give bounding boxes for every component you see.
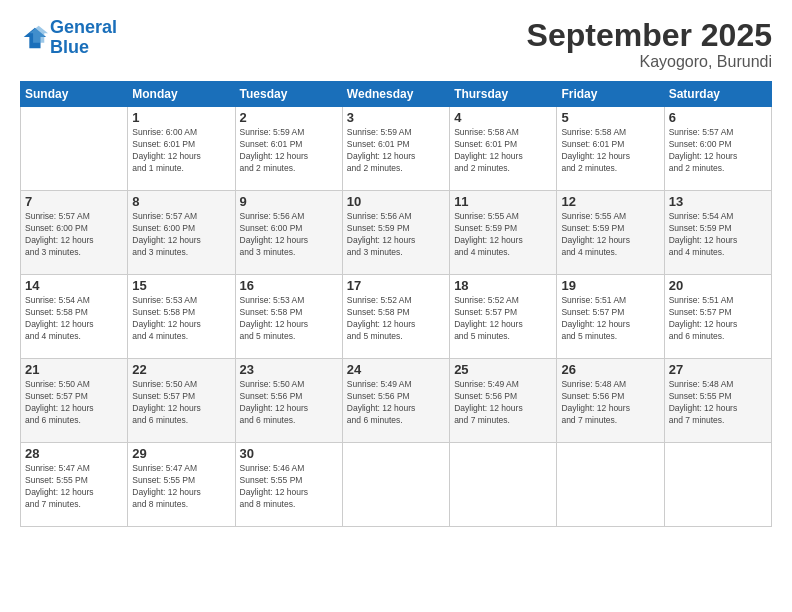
day-number: 22 <box>132 362 230 377</box>
week-row-2: 14Sunrise: 5:54 AM Sunset: 5:58 PM Dayli… <box>21 275 772 359</box>
day-info: Sunrise: 5:53 AM Sunset: 5:58 PM Dayligh… <box>240 295 338 343</box>
col-thursday: Thursday <box>450 82 557 107</box>
calendar-cell: 24Sunrise: 5:49 AM Sunset: 5:56 PM Dayli… <box>342 359 449 443</box>
day-number: 6 <box>669 110 767 125</box>
calendar-cell: 15Sunrise: 5:53 AM Sunset: 5:58 PM Dayli… <box>128 275 235 359</box>
week-row-3: 21Sunrise: 5:50 AM Sunset: 5:57 PM Dayli… <box>21 359 772 443</box>
day-number: 11 <box>454 194 552 209</box>
calendar-cell: 16Sunrise: 5:53 AM Sunset: 5:58 PM Dayli… <box>235 275 342 359</box>
day-info: Sunrise: 5:55 AM Sunset: 5:59 PM Dayligh… <box>454 211 552 259</box>
week-row-0: 1Sunrise: 6:00 AM Sunset: 6:01 PM Daylig… <box>21 107 772 191</box>
day-number: 10 <box>347 194 445 209</box>
day-number: 12 <box>561 194 659 209</box>
calendar-cell <box>342 443 449 527</box>
day-info: Sunrise: 5:49 AM Sunset: 5:56 PM Dayligh… <box>347 379 445 427</box>
calendar-cell: 7Sunrise: 5:57 AM Sunset: 6:00 PM Daylig… <box>21 191 128 275</box>
calendar-cell: 12Sunrise: 5:55 AM Sunset: 5:59 PM Dayli… <box>557 191 664 275</box>
title-block: September 2025 Kayogoro, Burundi <box>527 18 772 71</box>
calendar-cell: 22Sunrise: 5:50 AM Sunset: 5:57 PM Dayli… <box>128 359 235 443</box>
day-info: Sunrise: 5:51 AM Sunset: 5:57 PM Dayligh… <box>561 295 659 343</box>
calendar-cell: 4Sunrise: 5:58 AM Sunset: 6:01 PM Daylig… <box>450 107 557 191</box>
day-number: 25 <box>454 362 552 377</box>
day-info: Sunrise: 5:48 AM Sunset: 5:56 PM Dayligh… <box>561 379 659 427</box>
day-number: 18 <box>454 278 552 293</box>
col-wednesday: Wednesday <box>342 82 449 107</box>
day-number: 7 <box>25 194 123 209</box>
day-number: 5 <box>561 110 659 125</box>
day-number: 14 <box>25 278 123 293</box>
day-number: 24 <box>347 362 445 377</box>
calendar-cell <box>21 107 128 191</box>
calendar-cell: 14Sunrise: 5:54 AM Sunset: 5:58 PM Dayli… <box>21 275 128 359</box>
page: General Blue September 2025 Kayogoro, Bu… <box>0 0 792 612</box>
logo: General Blue <box>20 18 117 58</box>
day-info: Sunrise: 5:55 AM Sunset: 5:59 PM Dayligh… <box>561 211 659 259</box>
calendar-cell: 1Sunrise: 6:00 AM Sunset: 6:01 PM Daylig… <box>128 107 235 191</box>
day-number: 8 <box>132 194 230 209</box>
calendar-cell: 11Sunrise: 5:55 AM Sunset: 5:59 PM Dayli… <box>450 191 557 275</box>
calendar-cell: 23Sunrise: 5:50 AM Sunset: 5:56 PM Dayli… <box>235 359 342 443</box>
day-info: Sunrise: 5:58 AM Sunset: 6:01 PM Dayligh… <box>454 127 552 175</box>
day-number: 16 <box>240 278 338 293</box>
day-number: 29 <box>132 446 230 461</box>
logo-text: General Blue <box>50 18 117 58</box>
month-title: September 2025 <box>527 18 772 53</box>
calendar-cell: 10Sunrise: 5:56 AM Sunset: 5:59 PM Dayli… <box>342 191 449 275</box>
calendar-cell: 27Sunrise: 5:48 AM Sunset: 5:55 PM Dayli… <box>664 359 771 443</box>
calendar-cell: 5Sunrise: 5:58 AM Sunset: 6:01 PM Daylig… <box>557 107 664 191</box>
calendar-cell: 19Sunrise: 5:51 AM Sunset: 5:57 PM Dayli… <box>557 275 664 359</box>
day-number: 2 <box>240 110 338 125</box>
calendar-cell: 25Sunrise: 5:49 AM Sunset: 5:56 PM Dayli… <box>450 359 557 443</box>
col-saturday: Saturday <box>664 82 771 107</box>
logo-icon <box>20 24 48 52</box>
day-number: 21 <box>25 362 123 377</box>
day-number: 15 <box>132 278 230 293</box>
day-number: 28 <box>25 446 123 461</box>
day-info: Sunrise: 5:54 AM Sunset: 5:59 PM Dayligh… <box>669 211 767 259</box>
day-info: Sunrise: 5:50 AM Sunset: 5:57 PM Dayligh… <box>25 379 123 427</box>
day-info: Sunrise: 5:51 AM Sunset: 5:57 PM Dayligh… <box>669 295 767 343</box>
col-tuesday: Tuesday <box>235 82 342 107</box>
logo-line2: Blue <box>50 37 89 57</box>
calendar-cell: 29Sunrise: 5:47 AM Sunset: 5:55 PM Dayli… <box>128 443 235 527</box>
day-number: 19 <box>561 278 659 293</box>
day-info: Sunrise: 5:47 AM Sunset: 5:55 PM Dayligh… <box>132 463 230 511</box>
header: General Blue September 2025 Kayogoro, Bu… <box>20 18 772 71</box>
location-title: Kayogoro, Burundi <box>527 53 772 71</box>
calendar-cell: 28Sunrise: 5:47 AM Sunset: 5:55 PM Dayli… <box>21 443 128 527</box>
day-info: Sunrise: 6:00 AM Sunset: 6:01 PM Dayligh… <box>132 127 230 175</box>
day-info: Sunrise: 5:50 AM Sunset: 5:57 PM Dayligh… <box>132 379 230 427</box>
day-info: Sunrise: 5:46 AM Sunset: 5:55 PM Dayligh… <box>240 463 338 511</box>
week-row-4: 28Sunrise: 5:47 AM Sunset: 5:55 PM Dayli… <box>21 443 772 527</box>
col-sunday: Sunday <box>21 82 128 107</box>
calendar-cell: 21Sunrise: 5:50 AM Sunset: 5:57 PM Dayli… <box>21 359 128 443</box>
header-row: Sunday Monday Tuesday Wednesday Thursday… <box>21 82 772 107</box>
day-info: Sunrise: 5:52 AM Sunset: 5:58 PM Dayligh… <box>347 295 445 343</box>
day-info: Sunrise: 5:57 AM Sunset: 6:00 PM Dayligh… <box>132 211 230 259</box>
calendar-cell: 17Sunrise: 5:52 AM Sunset: 5:58 PM Dayli… <box>342 275 449 359</box>
day-number: 13 <box>669 194 767 209</box>
day-number: 3 <box>347 110 445 125</box>
day-info: Sunrise: 5:59 AM Sunset: 6:01 PM Dayligh… <box>347 127 445 175</box>
day-number: 30 <box>240 446 338 461</box>
day-info: Sunrise: 5:57 AM Sunset: 6:00 PM Dayligh… <box>669 127 767 175</box>
day-info: Sunrise: 5:47 AM Sunset: 5:55 PM Dayligh… <box>25 463 123 511</box>
col-friday: Friday <box>557 82 664 107</box>
calendar-cell: 9Sunrise: 5:56 AM Sunset: 6:00 PM Daylig… <box>235 191 342 275</box>
calendar-cell: 8Sunrise: 5:57 AM Sunset: 6:00 PM Daylig… <box>128 191 235 275</box>
day-number: 17 <box>347 278 445 293</box>
calendar-cell: 2Sunrise: 5:59 AM Sunset: 6:01 PM Daylig… <box>235 107 342 191</box>
day-info: Sunrise: 5:50 AM Sunset: 5:56 PM Dayligh… <box>240 379 338 427</box>
logo-line1: General <box>50 17 117 37</box>
day-number: 9 <box>240 194 338 209</box>
day-info: Sunrise: 5:52 AM Sunset: 5:57 PM Dayligh… <box>454 295 552 343</box>
day-info: Sunrise: 5:53 AM Sunset: 5:58 PM Dayligh… <box>132 295 230 343</box>
calendar-cell: 26Sunrise: 5:48 AM Sunset: 5:56 PM Dayli… <box>557 359 664 443</box>
calendar-table: Sunday Monday Tuesday Wednesday Thursday… <box>20 81 772 527</box>
calendar-cell <box>664 443 771 527</box>
week-row-1: 7Sunrise: 5:57 AM Sunset: 6:00 PM Daylig… <box>21 191 772 275</box>
calendar-cell: 6Sunrise: 5:57 AM Sunset: 6:00 PM Daylig… <box>664 107 771 191</box>
day-number: 20 <box>669 278 767 293</box>
day-info: Sunrise: 5:59 AM Sunset: 6:01 PM Dayligh… <box>240 127 338 175</box>
day-number: 26 <box>561 362 659 377</box>
